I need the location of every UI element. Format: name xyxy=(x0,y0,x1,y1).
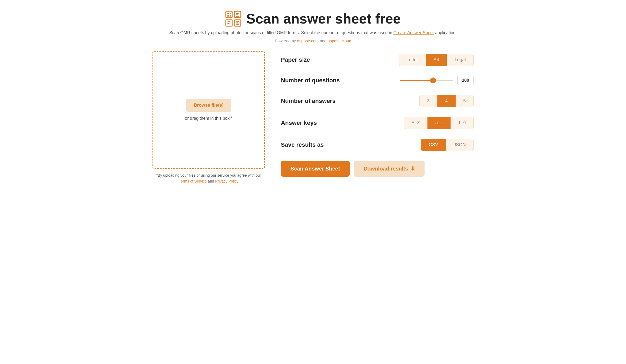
num-questions-row: Number of questions 100 xyxy=(281,76,474,85)
scan-answer-sheet-button[interactable]: Scan Answer Sheet xyxy=(281,161,350,177)
upload-section: Browse file(s) or drag them in this box … xyxy=(152,51,265,184)
svg-point-14 xyxy=(237,22,238,24)
answer-keys-label: Answer keys xyxy=(281,119,350,126)
answer-keys-AZ[interactable]: A..Z xyxy=(404,117,427,129)
num-answers-options: 3 4 5 xyxy=(419,95,474,107)
questions-slider[interactable] xyxy=(400,80,453,81)
svg-rect-6 xyxy=(236,13,239,14)
page-wrapper: Scan answer sheet free Scan OMR sheets b… xyxy=(152,11,474,184)
svg-rect-10 xyxy=(227,21,231,22)
answer-keys-options: A..Z a..z 1..9 xyxy=(404,117,474,129)
settings-section: Paper size Letter A4 Legal Number of que… xyxy=(281,51,474,177)
svg-rect-1 xyxy=(227,13,229,14)
paper-size-legal[interactable]: Legal xyxy=(447,54,474,66)
answers-5[interactable]: 5 xyxy=(456,95,474,107)
svg-rect-8 xyxy=(236,16,239,17)
save-json[interactable]: JSON xyxy=(446,139,474,151)
powered-by: Powered by aspose.com and aspose.cloud xyxy=(152,38,474,43)
svg-rect-3 xyxy=(227,15,229,17)
save-results-row: Save results as CSV JSON xyxy=(281,139,474,151)
answers-3[interactable]: 3 xyxy=(419,95,437,107)
download-results-button[interactable]: Download results ⬇ xyxy=(354,161,425,177)
main-content: Browse file(s) or drag them in this box … xyxy=(152,51,474,184)
num-answers-label: Number of answers xyxy=(281,98,350,104)
create-answer-sheet-link[interactable]: Create Answer Sheet xyxy=(394,30,434,35)
paper-size-letter[interactable]: Letter xyxy=(399,54,426,66)
browse-files-button[interactable]: Browse file(s) xyxy=(186,99,231,112)
paper-size-options: Letter A4 Legal xyxy=(399,54,474,66)
header-subtitle: Scan OMR sheets by uploading photos or s… xyxy=(152,30,474,35)
save-results-label: Save results as xyxy=(281,141,350,148)
download-icon: ⬇ xyxy=(410,165,415,172)
num-questions-label: Number of questions xyxy=(281,77,350,84)
header-title-row: Scan answer sheet free xyxy=(152,11,474,27)
save-results-options: CSV JSON xyxy=(421,139,474,151)
svg-rect-7 xyxy=(236,14,238,15)
answer-keys-19[interactable]: 1..9 xyxy=(451,117,474,129)
action-buttons: Scan Answer Sheet Download results ⬇ xyxy=(281,161,474,177)
omr-icon xyxy=(225,11,241,27)
answers-4[interactable]: 4 xyxy=(437,95,455,107)
questions-value: 100 xyxy=(457,76,474,85)
num-questions-controls: 100 xyxy=(400,76,474,85)
answer-keys-az[interactable]: a..z xyxy=(427,117,450,129)
drag-text: or drag them in this box * xyxy=(185,116,232,121)
svg-rect-11 xyxy=(227,23,230,24)
paper-size-a4[interactable]: A4 xyxy=(426,54,447,66)
svg-rect-4 xyxy=(230,15,231,17)
aspose-com-link[interactable]: aspose.com xyxy=(297,38,319,43)
svg-rect-9 xyxy=(226,20,232,26)
paper-size-label: Paper size xyxy=(281,56,350,63)
drop-zone[interactable]: Browse file(s) or drag them in this box … xyxy=(152,51,265,169)
aspose-cloud-link[interactable]: aspose.cloud xyxy=(328,38,351,43)
header: Scan answer sheet free Scan OMR sheets b… xyxy=(152,11,474,43)
answer-keys-row: Answer keys A..Z a..z 1..9 xyxy=(281,117,474,129)
num-answers-row: Number of answers 3 4 5 xyxy=(281,95,474,107)
svg-rect-2 xyxy=(230,13,231,14)
save-csv[interactable]: CSV xyxy=(421,139,446,151)
tos-link[interactable]: Terms of Service xyxy=(179,179,207,183)
paper-size-row: Paper size Letter A4 Legal xyxy=(281,54,474,66)
upload-footer: *By uploading your files or using our se… xyxy=(152,172,265,184)
page-title: Scan answer sheet free xyxy=(246,11,401,27)
svg-rect-0 xyxy=(226,11,232,18)
privacy-link[interactable]: Privacy Policy xyxy=(215,179,238,183)
